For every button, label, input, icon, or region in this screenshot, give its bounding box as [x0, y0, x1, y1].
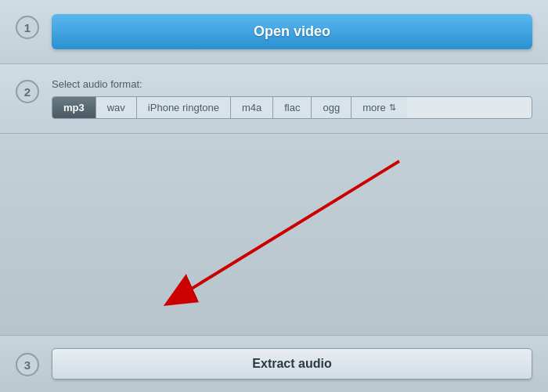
- format-tab-iphone-ringtone[interactable]: iPhone ringtone: [137, 97, 231, 118]
- more-label: more: [362, 102, 386, 113]
- step2-section: 2 Select audio format: mp3 wav iPhone ri…: [0, 64, 548, 134]
- extract-audio-button[interactable]: Extract audio: [52, 348, 532, 379]
- arrow-svg: [0, 134, 548, 335]
- format-tab-wav[interactable]: wav: [96, 97, 137, 118]
- step3-content: Extract audio: [52, 348, 532, 379]
- step1-content: Open video: [52, 14, 532, 49]
- format-label: Select audio format:: [52, 78, 532, 90]
- main-container: 1 Open video 2 Select audio format: mp3 …: [0, 0, 548, 392]
- more-chevron-icon: ⇅: [389, 102, 396, 113]
- format-tab-m4a[interactable]: m4a: [231, 97, 273, 118]
- step1-section: 1 Open video: [0, 0, 548, 64]
- middle-section: [0, 134, 548, 335]
- format-tab-mp3[interactable]: mp3: [52, 97, 96, 118]
- format-tab-ogg[interactable]: ogg: [312, 97, 352, 118]
- format-tabs: mp3 wav iPhone ringtone m4a flac ogg mor…: [52, 96, 532, 119]
- format-tab-flac[interactable]: flac: [273, 97, 312, 118]
- open-video-button[interactable]: Open video: [52, 14, 532, 49]
- step1-number: 1: [16, 16, 39, 39]
- svg-line-1: [168, 161, 399, 303]
- format-tab-more[interactable]: more ⇅: [352, 97, 407, 118]
- step3-number: 3: [16, 353, 39, 376]
- step3-section: 3 Extract audio: [0, 335, 548, 392]
- step2-content: Select audio format: mp3 wav iPhone ring…: [52, 78, 532, 119]
- step2-number: 2: [16, 80, 39, 103]
